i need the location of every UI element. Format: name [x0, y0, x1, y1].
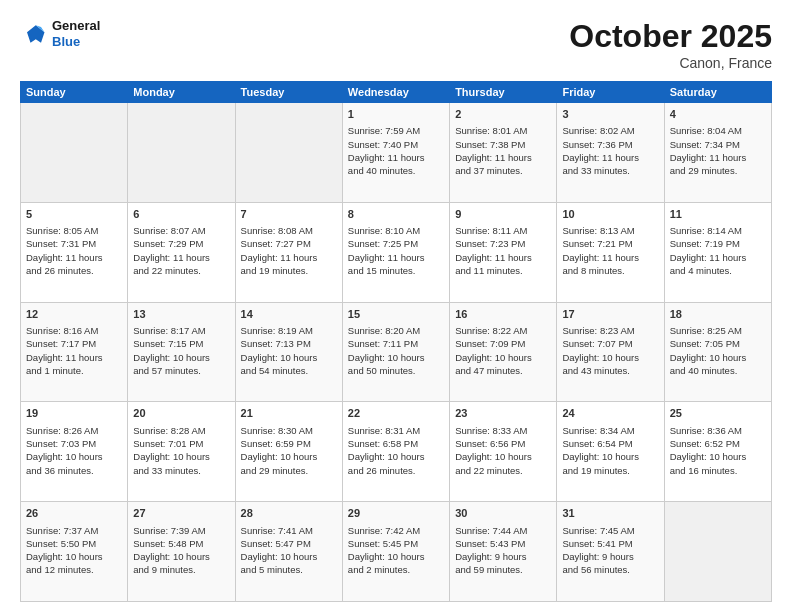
day-info: and 11 minutes. [455, 264, 551, 277]
day-number: 14 [241, 307, 337, 322]
header: General Blue October 2025 Canon, France [20, 18, 772, 71]
day-info: Sunrise: 8:26 AM [26, 424, 122, 437]
day-info: Sunset: 7:01 PM [133, 437, 229, 450]
day-info: Sunset: 7:19 PM [670, 237, 766, 250]
day-number: 28 [241, 506, 337, 521]
calendar-cell: 23Sunrise: 8:33 AMSunset: 6:56 PMDayligh… [450, 402, 557, 502]
day-info: Sunrise: 7:39 AM [133, 524, 229, 537]
day-info: Daylight: 10 hours [562, 450, 658, 463]
day-info: Sunrise: 8:33 AM [455, 424, 551, 437]
day-info: Sunset: 7:13 PM [241, 337, 337, 350]
day-info: Sunrise: 8:30 AM [241, 424, 337, 437]
day-number: 9 [455, 207, 551, 222]
calendar-cell: 30Sunrise: 7:44 AMSunset: 5:43 PMDayligh… [450, 502, 557, 602]
day-info: Daylight: 9 hours [562, 550, 658, 563]
day-info: Sunrise: 8:14 AM [670, 224, 766, 237]
day-info: Daylight: 10 hours [348, 351, 444, 364]
day-number: 30 [455, 506, 551, 521]
day-info: Daylight: 10 hours [670, 351, 766, 364]
day-info: and 22 minutes. [133, 264, 229, 277]
calendar-cell: 3Sunrise: 8:02 AMSunset: 7:36 PMDaylight… [557, 103, 664, 203]
day-number: 7 [241, 207, 337, 222]
day-info: Daylight: 11 hours [241, 251, 337, 264]
calendar-cell: 13Sunrise: 8:17 AMSunset: 7:15 PMDayligh… [128, 302, 235, 402]
weekday-header: Thursday [450, 82, 557, 103]
day-info: and 40 minutes. [348, 164, 444, 177]
day-info: Sunrise: 7:41 AM [241, 524, 337, 537]
day-info: Sunrise: 8:28 AM [133, 424, 229, 437]
day-info: Daylight: 10 hours [133, 351, 229, 364]
weekday-header: Tuesday [235, 82, 342, 103]
day-info: Daylight: 11 hours [455, 151, 551, 164]
day-number: 27 [133, 506, 229, 521]
day-info: Sunrise: 7:59 AM [348, 124, 444, 137]
day-info: Daylight: 10 hours [241, 351, 337, 364]
day-info: Sunset: 5:50 PM [26, 537, 122, 550]
day-info: Sunrise: 8:22 AM [455, 324, 551, 337]
day-info: Sunrise: 8:19 AM [241, 324, 337, 337]
day-info: Sunset: 7:07 PM [562, 337, 658, 350]
day-info: and 4 minutes. [670, 264, 766, 277]
day-number: 6 [133, 207, 229, 222]
calendar-cell: 20Sunrise: 8:28 AMSunset: 7:01 PMDayligh… [128, 402, 235, 502]
day-info: and 26 minutes. [348, 464, 444, 477]
day-info: Sunset: 6:52 PM [670, 437, 766, 450]
day-info: Sunset: 7:05 PM [670, 337, 766, 350]
day-number: 11 [670, 207, 766, 222]
day-info: Sunset: 5:45 PM [348, 537, 444, 550]
day-info: Sunset: 7:40 PM [348, 138, 444, 151]
day-info: Sunrise: 8:13 AM [562, 224, 658, 237]
day-info: Daylight: 11 hours [562, 251, 658, 264]
calendar-cell: 17Sunrise: 8:23 AMSunset: 7:07 PMDayligh… [557, 302, 664, 402]
day-number: 19 [26, 406, 122, 421]
day-info: Sunset: 5:41 PM [562, 537, 658, 550]
calendar-cell: 8Sunrise: 8:10 AMSunset: 7:25 PMDaylight… [342, 202, 449, 302]
day-info: Sunrise: 8:04 AM [670, 124, 766, 137]
logo-text: General Blue [52, 18, 100, 49]
day-info: Sunset: 7:34 PM [670, 138, 766, 151]
calendar-cell: 15Sunrise: 8:20 AMSunset: 7:11 PMDayligh… [342, 302, 449, 402]
day-info: Sunrise: 8:01 AM [455, 124, 551, 137]
day-number: 21 [241, 406, 337, 421]
day-info: Sunrise: 8:08 AM [241, 224, 337, 237]
day-info: and 37 minutes. [455, 164, 551, 177]
calendar-cell: 22Sunrise: 8:31 AMSunset: 6:58 PMDayligh… [342, 402, 449, 502]
weekday-header: Monday [128, 82, 235, 103]
day-number: 8 [348, 207, 444, 222]
day-info: Sunset: 7:38 PM [455, 138, 551, 151]
day-info: Sunset: 6:58 PM [348, 437, 444, 450]
day-info: and 15 minutes. [348, 264, 444, 277]
day-info: Daylight: 11 hours [26, 251, 122, 264]
day-number: 4 [670, 107, 766, 122]
day-info: Daylight: 11 hours [348, 251, 444, 264]
day-info: Sunrise: 7:42 AM [348, 524, 444, 537]
day-info: Sunset: 7:11 PM [348, 337, 444, 350]
day-number: 10 [562, 207, 658, 222]
calendar-cell: 9Sunrise: 8:11 AMSunset: 7:23 PMDaylight… [450, 202, 557, 302]
day-info: Sunset: 7:15 PM [133, 337, 229, 350]
calendar-header-row: SundayMondayTuesdayWednesdayThursdayFrid… [21, 82, 772, 103]
day-info: and 36 minutes. [26, 464, 122, 477]
day-info: and 5 minutes. [241, 563, 337, 576]
calendar-cell: 24Sunrise: 8:34 AMSunset: 6:54 PMDayligh… [557, 402, 664, 502]
logo-blue: Blue [52, 34, 80, 49]
day-number: 15 [348, 307, 444, 322]
day-info: Sunrise: 8:20 AM [348, 324, 444, 337]
day-info: Sunrise: 8:10 AM [348, 224, 444, 237]
day-info: Sunset: 5:47 PM [241, 537, 337, 550]
day-number: 17 [562, 307, 658, 322]
day-info: Daylight: 11 hours [670, 151, 766, 164]
day-number: 16 [455, 307, 551, 322]
day-info: Sunset: 6:56 PM [455, 437, 551, 450]
day-info: and 33 minutes. [562, 164, 658, 177]
day-info: and 56 minutes. [562, 563, 658, 576]
calendar-week-row: 12Sunrise: 8:16 AMSunset: 7:17 PMDayligh… [21, 302, 772, 402]
day-info: and 2 minutes. [348, 563, 444, 576]
day-number: 26 [26, 506, 122, 521]
day-info: Sunrise: 8:31 AM [348, 424, 444, 437]
logo-general: General [52, 18, 100, 33]
day-info: Daylight: 10 hours [26, 450, 122, 463]
day-number: 13 [133, 307, 229, 322]
calendar-cell [664, 502, 771, 602]
calendar-cell: 31Sunrise: 7:45 AMSunset: 5:41 PMDayligh… [557, 502, 664, 602]
